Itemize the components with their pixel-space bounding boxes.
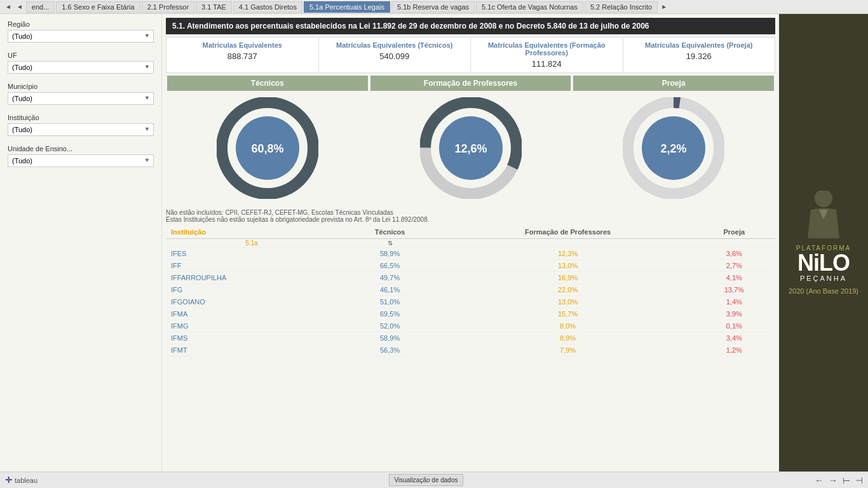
filter-municipio-select[interactable]: (Tudo) [8,92,154,105]
tab-reserva[interactable]: 5.1b Reserva de vagas [391,1,475,13]
cell-inst[interactable]: IFMT [166,344,337,356]
stat-professores-header: Matrículas Equivalentes (Formação Profes… [473,41,620,57]
chart-proeja-area: 2,2% [573,91,774,205]
cell-professor: 13,0% [443,296,693,308]
filter-municipio: Município (Tudo) [8,83,154,105]
data-viz-button[interactable]: Visualização de dados [389,474,464,486]
cell-proeja: 0,1% [693,320,775,332]
page-title: 5.1. Atendimento aos percentuais estabel… [166,18,775,34]
nav-first-btn[interactable]: ⊢ [843,475,850,485]
cell-tecnico: 46,1% [337,284,443,296]
cell-tecnico: 58,9% [337,248,443,260]
filter-unidade-select[interactable]: (Tudo) [8,154,154,167]
charts-row: Técnicos 60,8% Formação de Professores [166,76,775,205]
cell-professor: 16,9% [443,272,693,284]
svg-text:12,6%: 12,6% [454,142,487,155]
col-header-tecnicos: Técnicos [337,226,443,239]
chart-proeja-svg: 2,2% [623,97,724,199]
cell-proeja: 4,1% [693,272,775,284]
cell-professor: 13,0% [443,260,693,272]
cell-inst[interactable]: IFES [166,248,337,260]
filter-uf-select[interactable]: (Tudo) [8,61,154,74]
filter-uf-wrapper[interactable]: (Tudo) [8,61,154,74]
table-row: IFGOIANO 51,0% 13,0% 1,4% [166,296,775,308]
cell-proeja: 13,7% [693,284,775,296]
chart-tecnicos-area: 60,8% [167,91,368,205]
chart-professores-svg: 12,6% [420,97,522,199]
svg-text:2,2%: 2,2% [661,142,687,155]
cell-professor: 12,3% [443,248,693,260]
cell-inst[interactable]: IFMA [166,308,337,320]
stat-total-value: 888.737 [169,51,316,61]
filter-uf-label: UF [8,51,154,59]
col-header-instituicao: Instituição [166,226,337,239]
cell-tecnico: 66,5% [337,260,443,272]
filter-unidade-wrapper[interactable]: (Tudo) [8,154,154,167]
cell-proeja: 3,4% [693,332,775,344]
stat-tecnicos: Matrículas Equivalentes (Técnicos) 540.0… [319,37,471,72]
nav-next-btn[interactable]: → [829,475,837,485]
cell-inst[interactable]: IFFARROUPILHA [166,272,337,284]
nav-last-btn[interactable]: ⊣ [855,475,863,485]
chart-professores: Formação de Professores 12,6% [370,76,571,205]
tab-sexo[interactable]: 1.6 Sexo e Faixa Etária [56,1,140,13]
svg-text:60,8%: 60,8% [251,142,283,155]
chart-proeja-title: Proeja [573,76,774,91]
chart-tecnicos-svg: 60,8% [217,97,318,199]
table-area: Instituição Técnicos Formação de Profess… [166,226,775,471]
chart-tecnicos-title: Técnicos [167,76,368,91]
tab-end[interactable]: end... [26,1,55,13]
cell-professor: 8,0% [443,320,693,332]
sort-icon-tecnico[interactable]: ⇅ [337,239,443,248]
stat-proeja: Matrículas Equivalentes (Proeja) 19.326 [623,37,775,72]
cell-professor: 22,0% [443,284,693,296]
stat-professores: Matrículas Equivalentes (Formação Profes… [471,37,623,72]
filter-instituicao-select[interactable]: (Tudo) [8,123,154,136]
sort-label[interactable]: 5.1a [166,239,337,248]
cell-inst[interactable]: IFMG [166,320,337,332]
filter-instituicao-label: Instituição [8,114,154,121]
nav-left-arrow[interactable]: ◄ [3,3,14,10]
cell-proeja: 3,9% [693,308,775,320]
tab-noturnas[interactable]: 5.1c Oferta de Vagas Noturnas [476,1,583,13]
main-layout: Região (Tudo) UF (Tudo) Município (Tudo) [0,14,868,471]
tab-percentuais[interactable]: 5.1a Percentuais Legais [304,1,390,13]
filter-regiao-wrapper[interactable]: (Tudo) [8,30,154,43]
cell-proeja: 1,4% [693,296,775,308]
tab-gastos[interactable]: 4.1 Gastos Diretos [233,1,302,13]
filter-municipio-wrapper[interactable]: (Tudo) [8,92,154,105]
stats-row: Matrículas Equivalentes 888.737 Matrícul… [166,37,775,73]
cell-inst[interactable]: IFG [166,284,337,296]
nav-right-arrow[interactable]: ► [658,3,670,10]
filter-unidade-label: Unidade de Ensino... [8,145,154,152]
table-row: IFF 66,5% 13,0% 2,7% [166,260,775,272]
footnotes: Não estão incluídos: CPII, CEFET-RJ, CEF… [166,209,775,223]
tab-tae[interactable]: 3.1 TAE [196,1,232,13]
tab-professor[interactable]: 2.1 Professor [142,1,194,13]
cell-inst[interactable]: IFGOIANO [166,296,337,308]
tableau-logo: ✛ tableau [5,475,37,485]
stat-tecnicos-value: 540.099 [322,51,468,61]
filter-regiao-select[interactable]: (Tudo) [8,30,154,43]
chart-proeja: Proeja 2,2% [573,76,774,205]
logo-area: PLATAFORMA NiLO PEÇANHA 2020 (Ano Base 2… [779,14,868,471]
nav-prev-btn[interactable]: ← [815,475,824,485]
filter-uf: UF (Tudo) [8,51,154,74]
footnote-1: Não estão incluídos: CPII, CEFET-RJ, CEF… [166,209,775,216]
cell-inst[interactable]: IFF [166,260,337,272]
filter-instituicao-wrapper[interactable]: (Tudo) [8,123,154,136]
stat-tecnicos-header: Matrículas Equivalentes (Técnicos) [322,41,468,49]
cell-tecnico: 69,5% [337,308,443,320]
nav-left-arrow2[interactable]: ◄ [14,3,25,10]
col-header-proeja: Proeja [693,226,775,239]
sort-icon-professor[interactable] [443,239,693,248]
filter-instituicao: Instituição (Tudo) [8,114,154,136]
cell-inst[interactable]: IFMS [166,332,337,344]
cell-proeja: 1,2% [693,344,775,356]
cell-proeja: 2,7% [693,260,775,272]
sort-icon-proeja[interactable] [693,239,775,248]
tab-relacao[interactable]: 5.2 Relação Inscrito [585,1,658,13]
cell-tecnico: 49,7% [337,272,443,284]
filter-regiao-label: Região [8,20,154,28]
tableau-label: tableau [15,477,37,484]
